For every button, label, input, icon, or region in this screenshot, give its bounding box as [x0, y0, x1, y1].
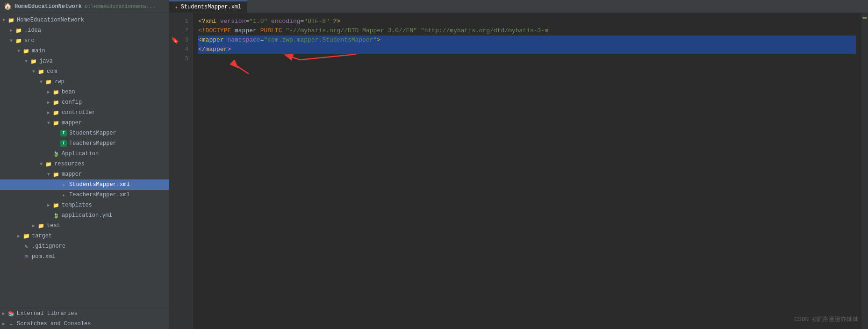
tree-item-resources[interactable]: ▼ 📁 resources [0, 159, 169, 169]
tree-label-teachers-mapper-xml: TeachersMapper.xml [69, 192, 130, 198]
arrow-ext-libs: ▶ [0, 311, 7, 316]
tree-label-scratches: Scratches and Consoles [17, 321, 91, 327]
tree-item-com[interactable]: ▼ 📁 com [0, 66, 169, 77]
tree-label-mapper-java: mapper [62, 120, 82, 126]
code-area[interactable]: <?xml version="1.0" encoding="UTF-8" ?> … [193, 13, 861, 329]
arrow-java: ▼ [22, 59, 30, 64]
tree-label-application: Application [62, 150, 99, 157]
scratches-icon: ✏ [7, 320, 15, 328]
tree-label-pom: pom.xml [32, 253, 55, 260]
right-gutter [861, 13, 868, 329]
tree-item-src[interactable]: ▼ 📁 src [0, 36, 169, 46]
sidebar: 🏠 HomeEducationNetwork D:\HomeEducationN… [0, 0, 169, 329]
code-line-2: <!DOCTYPE mapper PUBLIC "-//mybatis.org/… [198, 26, 856, 36]
arrow-mapper-java: ▼ [45, 121, 52, 126]
tree-item-test[interactable]: ▶ 📁 test [0, 221, 169, 231]
tree-label-idea: .idea [24, 27, 41, 34]
folder-icon-mapper-java: 📁 [52, 119, 60, 127]
line-num-1: 1 [169, 17, 192, 26]
ext-libs-icon: 📚 [7, 310, 15, 317]
line-num-2: 2 [169, 26, 192, 36]
tree-item-application-yml[interactable]: 🍃 application.yml [0, 210, 169, 221]
sidebar-bottom: ▶ 📚 External Libraries ▶ ✏ Scratches and… [0, 308, 169, 329]
folder-icon-config: 📁 [52, 99, 60, 106]
tree-item-gitignore[interactable]: ✎ .gitignore [0, 241, 169, 251]
tree-item-students-mapper-xml[interactable]: ✦ StudentsMapper.xml [0, 179, 169, 190]
file-tree: ▼ 📁 HomeEducationNetwork ▶ 📁 .idea ▼ 📁 s… [0, 13, 169, 308]
folder-icon-templates: 📁 [52, 201, 60, 209]
tree-label-application-yml: application.yml [62, 212, 112, 219]
tree-item-java[interactable]: ▼ 📁 java [0, 56, 169, 66]
folder-icon-target: 📁 [22, 232, 30, 240]
tree-label-test: test [47, 222, 60, 229]
tree-item-mapper-java[interactable]: ▼ 📁 mapper [0, 118, 169, 128]
tree-item-controller[interactable]: ▶ 📁 controller [0, 107, 169, 118]
tree-label-target: target [32, 233, 52, 239]
folder-icon-main: 📁 [22, 47, 30, 55]
pom-icon: m [22, 253, 30, 260]
tree-item-target[interactable]: ▶ 📁 target [0, 231, 169, 241]
arrow-home: ▼ [0, 18, 7, 23]
code-line-5 [198, 54, 856, 64]
xml-icon-teachers: ✦ [60, 191, 67, 199]
tree-item-home[interactable]: ▼ 📁 HomeEducationNetwork [0, 15, 169, 25]
xml-icon-students: ✦ [60, 181, 67, 188]
tree-item-config[interactable]: ▶ 📁 config [0, 97, 169, 107]
gitignore-icon: ✎ [22, 243, 30, 250]
tree-item-mapper-res[interactable]: ▼ 📁 mapper [0, 169, 169, 179]
folder-icon-com: 📁 [37, 68, 45, 75]
folder-icon-test: 📁 [37, 222, 45, 229]
tree-label-main: main [32, 48, 45, 54]
folder-icon-src: 📁 [15, 37, 22, 44]
line-num-5: 5 [169, 54, 192, 64]
tree-item-bean[interactable]: ▶ 📁 bean [0, 87, 169, 97]
tree-item-zwp[interactable]: ▼ 📁 zwp [0, 77, 169, 87]
project-title: HomeEducationNetwork [14, 3, 82, 10]
arrow-com: ▼ [30, 69, 37, 74]
tree-label-controller: controller [62, 109, 95, 116]
code-line-4: </mapper> [198, 45, 856, 54]
tree-label-config: config [62, 99, 82, 106]
tab-xml-icon: ✦ [175, 4, 178, 10]
folder-icon-zwp: 📁 [45, 78, 52, 86]
yaml-icon-application: 🍃 [52, 212, 60, 219]
tree-label-gitignore: .gitignore [32, 243, 65, 250]
folder-icon-mapper-res: 📁 [52, 171, 60, 178]
tree-label-java: java [39, 58, 53, 64]
tree-item-idea[interactable]: ▶ 📁 .idea [0, 25, 169, 36]
arrow-main: ▼ [15, 49, 22, 54]
tree-label-templates: templates [62, 202, 92, 208]
tree-item-application[interactable]: 🍃 Application [0, 149, 169, 159]
gutter-ok-mark [862, 17, 867, 19]
folder-icon-controller: 📁 [52, 109, 60, 116]
folder-icon-java: 📁 [30, 57, 37, 65]
bookmark-3: 🔖 [171, 36, 179, 44]
tab-students-mapper[interactable]: ✦ StudentsMapper.xml [169, 0, 247, 13]
spring-icon-application: 🍃 [52, 150, 60, 157]
tree-item-scratches[interactable]: ▶ ✏ Scratches and Consoles [0, 319, 169, 329]
tree-label-resources: resources [54, 161, 85, 167]
tab-label: StudentsMapper.xml [181, 4, 242, 10]
tree-item-main[interactable]: ▼ 📁 main [0, 46, 169, 56]
tree-item-teachers-mapper-xml[interactable]: ✦ TeachersMapper.xml [0, 190, 169, 200]
arrow-test: ▶ [30, 223, 37, 229]
tree-label-src: src [24, 37, 35, 44]
tree-item-students-mapper-interface[interactable]: I StudentsMapper [0, 128, 169, 138]
interface-icon-students: I [60, 129, 67, 137]
line-numbers: 1 2 🔖 3 4 5 [169, 13, 193, 329]
arrow-scratches: ▶ [0, 321, 7, 327]
sidebar-header: 🏠 HomeEducationNetwork D:\HomeEducationN… [0, 0, 169, 13]
arrow-target: ▶ [15, 233, 22, 239]
editor-tabs: ✦ StudentsMapper.xml [169, 0, 868, 13]
tree-label-home: HomeEducationNetwork [17, 17, 84, 23]
tree-item-ext-libs[interactable]: ▶ 📚 External Libraries [0, 308, 169, 319]
tree-item-teachers-mapper-interface[interactable]: I TeachersMapper [0, 138, 169, 149]
arrow-idea: ▶ [7, 28, 15, 33]
tree-item-templates[interactable]: ▶ 📁 templates [0, 200, 169, 210]
code-line-3: <mapper namespace="com.zwp.mapper.Studen… [198, 36, 856, 45]
folder-icon-idea: 📁 [15, 27, 22, 34]
folder-icon-bean: 📁 [52, 88, 60, 96]
arrow-resources: ▼ [37, 162, 45, 167]
tree-item-pom[interactable]: m pom.xml [0, 251, 169, 262]
arrow-mapper-res: ▼ [45, 172, 52, 177]
